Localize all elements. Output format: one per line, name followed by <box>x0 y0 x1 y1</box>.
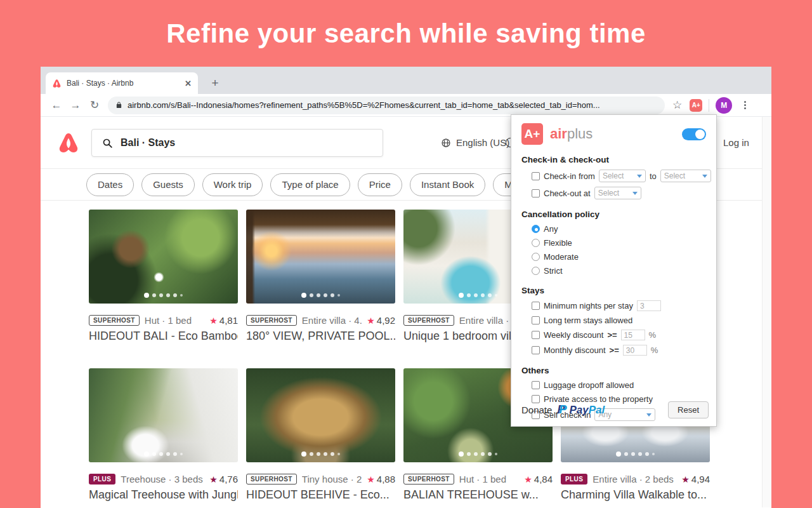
plus-badge: PLUS <box>561 474 587 485</box>
extension-toggle[interactable] <box>682 128 706 140</box>
checkout-at-select[interactable]: Select <box>594 187 641 199</box>
listing-meta: Treehouse · 3 beds <box>121 474 204 485</box>
long-term-row: Long term stays allowed <box>532 316 716 325</box>
listing-card[interactable]: PLUS Treehouse · 3 beds ★4,76 Magical Tr… <box>89 368 238 502</box>
filter-work-trip[interactable]: Work trip <box>202 173 263 196</box>
language-selector[interactable]: English (US) <box>441 117 509 168</box>
chevron-down-icon <box>632 192 638 195</box>
listing-rating: ★4,94 <box>681 474 710 485</box>
checkout-at-row: Check-out at Select <box>532 187 716 199</box>
plus-badge: PLUS <box>89 474 115 485</box>
monthly-discount-input[interactable] <box>623 345 647 356</box>
profile-avatar[interactable]: M <box>716 97 732 114</box>
luggage-label: Luggage dropoff allowed <box>544 380 634 390</box>
photo-dots <box>561 451 710 457</box>
listing-card[interactable]: SUPERHOST Tiny house · 2... ★4,88 HIDEOU… <box>246 368 395 502</box>
photo-dots <box>89 293 238 298</box>
back-icon[interactable]: ← <box>47 99 66 112</box>
listing-card[interactable]: SUPERHOST Entire villa · 4... ★4,92 180°… <box>246 210 395 343</box>
radio-any-label: Any <box>544 224 558 234</box>
listing-card[interactable]: SUPERHOST Hut · 1 bed ★4,81 HIDEOUT BALI… <box>89 210 238 343</box>
long-term-checkbox[interactable] <box>532 316 540 324</box>
airbnb-logo[interactable] <box>57 131 80 155</box>
min-nights-input[interactable] <box>637 300 661 311</box>
checkin-from-select[interactable]: Select <box>599 170 646 182</box>
language-label: English (US) <box>456 137 509 148</box>
star-icon: ★ <box>367 474 375 485</box>
long-term-label: Long term stays allowed <box>544 316 632 325</box>
star-icon: ★ <box>681 474 690 485</box>
weekly-op: >= <box>607 330 617 340</box>
bookmark-star-icon[interactable]: ☆ <box>672 98 682 112</box>
listings-row-1: SUPERHOST Hut · 1 bed ★4,81 HIDEOUT BALI… <box>89 210 553 343</box>
filter-instant-book[interactable]: Instant Book <box>410 173 485 196</box>
listing-photo[interactable] <box>89 368 238 462</box>
radio-moderate[interactable] <box>532 253 540 261</box>
listing-meta: Entire villa · 2 beds <box>593 474 676 485</box>
filter-type-of-place[interactable]: Type of place <box>270 173 350 196</box>
reset-button[interactable]: Reset <box>668 401 709 418</box>
min-nights-checkbox[interactable] <box>532 302 540 310</box>
superhost-badge: SUPERHOST <box>89 315 140 326</box>
weekly-discount-checkbox[interactable] <box>532 331 540 339</box>
url-text: airbnb.com/s/Bali--Indonesia/homes?refin… <box>128 100 600 110</box>
login-link[interactable]: Log in <box>723 117 749 168</box>
photo-dots <box>246 451 395 457</box>
popup-header: A+ airplus <box>511 115 716 145</box>
listing-meta: Tiny house · 2... <box>302 474 362 485</box>
star-icon: ★ <box>524 474 532 485</box>
chevron-down-icon <box>702 175 707 178</box>
luggage-checkbox[interactable] <box>532 381 540 389</box>
star-icon: ★ <box>209 316 218 326</box>
checkin-from-checkbox[interactable] <box>532 172 540 180</box>
banner-title: Refine your search while saving time <box>166 18 646 49</box>
weekly-discount-row: Weekly discount >= % <box>532 330 716 340</box>
checkout-at-checkbox[interactable] <box>532 189 540 197</box>
listing-photo[interactable] <box>246 210 395 304</box>
reload-icon[interactable]: ↻ <box>85 98 104 112</box>
listing-title[interactable]: 180° VIEW, PRIVATE POOL... <box>246 330 395 343</box>
monthly-discount-checkbox[interactable] <box>532 346 540 354</box>
min-nights-label: Minimum nights per stay <box>544 301 633 311</box>
listing-title[interactable]: HIDEOUT BALI - Eco Bamboo... <box>89 330 238 343</box>
search-input[interactable]: Bali · Stays <box>91 129 383 157</box>
star-icon: ★ <box>367 316 375 326</box>
globe-icon <box>441 138 451 148</box>
star-icon: ★ <box>209 474 218 485</box>
toolbar: ← → ↻ airbnb.com/s/Bali--Indonesia/homes… <box>41 94 771 117</box>
radio-strict-label: Strict <box>544 266 563 276</box>
listing-photo[interactable] <box>246 368 395 462</box>
weekly-unit: % <box>649 330 657 340</box>
listing-title[interactable]: Magical Treehouse with Jungl... <box>89 488 238 502</box>
listing-title[interactable]: Charming Villa Walkable to... <box>561 488 710 502</box>
menu-kebab-icon[interactable] <box>740 101 750 109</box>
checkin-to-select[interactable]: Select <box>660 170 711 182</box>
page-scrollbar[interactable] <box>762 117 771 507</box>
forward-icon[interactable]: → <box>66 99 85 112</box>
weekly-discount-input[interactable] <box>621 330 645 340</box>
checkin-from-row: Check-in from Select to Select <box>532 170 716 182</box>
listing-photo[interactable] <box>89 210 238 304</box>
listing-meta: Entire villa · 4... <box>302 315 362 326</box>
listing-title[interactable]: HIDEOUT BEEHIVE - Eco... <box>246 488 395 502</box>
new-tab-button[interactable]: + <box>207 75 223 91</box>
search-icon <box>102 138 113 149</box>
radio-flexible[interactable] <box>532 239 540 247</box>
tab-close-icon[interactable]: ✕ <box>185 79 192 88</box>
paypal-wordmark[interactable]: PayPal <box>569 404 605 417</box>
address-bar[interactable]: airbnb.com/s/Bali--Indonesia/homes?refin… <box>108 97 665 114</box>
filter-price[interactable]: Price <box>358 173 402 196</box>
listing-rating: ★4,81 <box>209 315 238 326</box>
airplus-extension-icon[interactable]: A+ <box>690 99 702 112</box>
section-cancellation-heading: Cancellation policy <box>521 210 716 219</box>
browser-window: Bali · Stays · Airbnb ✕ + ← → ↻ airbnb.c… <box>41 67 771 508</box>
paypal-icon: PP <box>557 403 566 417</box>
listing-title[interactable]: BALIAN TREEHOUSE w... <box>403 488 553 502</box>
radio-any[interactable] <box>532 225 540 233</box>
filter-guests[interactable]: Guests <box>141 173 195 196</box>
listing-meta: Hut · 1 bed <box>459 474 519 485</box>
filter-dates[interactable]: Dates <box>86 173 134 196</box>
browser-tab[interactable]: Bali · Stays · Airbnb ✕ <box>46 72 198 94</box>
radio-strict[interactable] <box>532 267 540 275</box>
cancellation-option: Moderate <box>532 252 716 262</box>
